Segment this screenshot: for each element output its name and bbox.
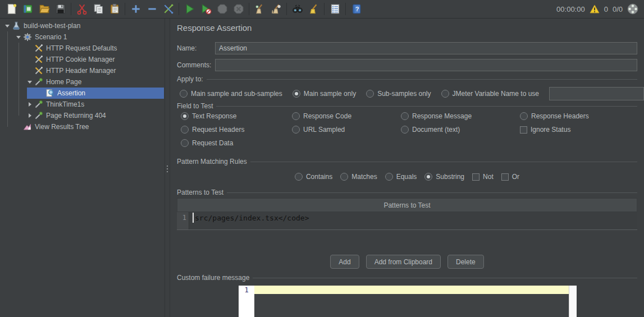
radio-icon — [366, 90, 374, 98]
tree-item-page-returning-404[interactable]: Page Returning 404 — [0, 110, 165, 121]
add-from-clipboard-button[interactable]: Add from Clipboard — [366, 255, 441, 269]
tree-item-http-request-defaults[interactable]: HTTP Request Defaults — [0, 43, 165, 54]
option-label: Main sample only — [304, 90, 356, 98]
add-button[interactable]: Add — [330, 255, 359, 269]
option-label: Not — [483, 173, 494, 181]
config-icon — [34, 55, 43, 64]
request-headers-radio[interactable]: Request Headers — [181, 126, 244, 134]
request-data-radio[interactable]: Request Data — [181, 139, 233, 147]
paste-icon[interactable] — [106, 1, 122, 17]
sampler-icon — [34, 77, 43, 86]
expand-arrow-icon[interactable] — [25, 113, 34, 118]
function-helper-icon[interactable] — [327, 1, 343, 17]
main-sample-only-radio[interactable]: Main sample only — [293, 90, 356, 98]
radio-icon — [180, 90, 188, 98]
name-input[interactable] — [215, 42, 637, 54]
field-to-test-legend: Field to Test — [177, 102, 216, 110]
clear-icon[interactable] — [252, 1, 268, 17]
failure-line-number-gutter: 1 — [239, 286, 254, 317]
jmeter-variable-input[interactable] — [549, 87, 644, 100]
clear-all-icon[interactable] — [268, 1, 284, 17]
tree-item-http-header-manager[interactable]: HTTP Header Manager — [0, 65, 165, 76]
copy-icon[interactable] — [90, 1, 106, 17]
option-label: Request Headers — [192, 126, 244, 134]
jmeter-variable-name-to-use-radio[interactable]: JMeter Variable Name to use — [441, 90, 540, 98]
open-file-icon[interactable] — [36, 1, 52, 17]
ignore-status-checkbox[interactable]: Ignore Status — [520, 126, 570, 134]
tree-item-thinktime1s[interactable]: ThinkTime1s — [0, 99, 165, 110]
or-checkbox[interactable]: Or — [501, 173, 519, 181]
url-sampled-radio[interactable]: URL Sampled — [292, 126, 345, 134]
option-label: Matches — [351, 173, 377, 181]
tree-item-build-web-test-plan[interactable]: build-web-test-plan — [0, 20, 165, 31]
sub-samples-only-radio[interactable]: Sub-samples only — [366, 90, 431, 98]
main-sample-and-sub-samples-radio[interactable]: Main sample and sub-samples — [180, 90, 282, 98]
patterns-legend: Patterns to Test — [177, 189, 227, 196]
search-reset-icon[interactable] — [305, 1, 322, 17]
radio-icon — [292, 112, 300, 120]
collapse-arrow-icon[interactable] — [3, 25, 12, 27]
pattern-text[interactable]: src/pages/index.tsx</code> — [194, 212, 309, 229]
search-icon[interactable] — [289, 1, 305, 17]
expand-arrow-icon[interactable] — [25, 102, 34, 107]
document-text-radio[interactable]: Document (text) — [401, 126, 460, 134]
templates-icon[interactable] — [20, 1, 36, 17]
custom-failure-editor[interactable]: 1 — [239, 286, 577, 317]
failure-current-line-highlight[interactable] — [254, 286, 569, 294]
tree-item-assertion[interactable]: Assertion — [0, 88, 165, 99]
stop-icon[interactable] — [214, 1, 230, 17]
tree-item-scenario-1[interactable]: Scenario 1 — [0, 31, 165, 43]
option-label: URL Sampled — [303, 126, 345, 134]
option-label: Response Code — [303, 112, 351, 120]
tree-item-label: View Results Tree — [35, 123, 89, 131]
radio-icon — [181, 112, 189, 120]
radio-icon — [385, 173, 393, 181]
name-label: Name: — [177, 44, 215, 52]
collapse-arrow-icon[interactable] — [25, 81, 34, 84]
assertion-icon — [45, 89, 54, 98]
tree-item-label: Scenario 1 — [35, 33, 67, 41]
tree-item-label: HTTP Request Defaults — [46, 44, 117, 52]
start-no-pauses-icon[interactable] — [198, 1, 214, 17]
option-label: Text Response — [192, 112, 236, 120]
tree-item-label: Page Returning 404 — [46, 112, 106, 120]
option-label: Response Message — [412, 112, 472, 120]
add-icon[interactable] — [127, 1, 144, 17]
shutdown-icon[interactable] — [230, 1, 246, 17]
warning-icon[interactable] — [590, 4, 600, 14]
patterns-table-header: Patterns to Test — [177, 198, 637, 212]
config-icon — [34, 66, 43, 75]
patterns-to-test-group: Patterns to Test Patterns to Test 1src/p… — [177, 189, 637, 247]
tree-main-splitter[interactable] — [165, 19, 170, 317]
response-message-radio[interactable]: Response Message — [401, 112, 472, 120]
toggle-icon[interactable] — [160, 1, 176, 17]
pattern-row[interactable]: 1src/pages/index.tsx</code> — [177, 212, 637, 230]
tree-item-label: Home Page — [46, 78, 81, 86]
tree-item-home-page[interactable]: Home Page — [0, 76, 165, 88]
failure-scrollbar[interactable] — [569, 286, 577, 317]
tree-item-view-results-tree[interactable]: View Results Tree — [0, 121, 165, 132]
new-file-icon[interactable] — [3, 1, 20, 17]
substring-radio[interactable]: Substring — [424, 173, 464, 181]
help-icon[interactable]: ? — [348, 1, 364, 17]
cut-icon[interactable] — [74, 1, 90, 17]
collapse-arrow-icon[interactable] — [14, 36, 23, 39]
response-headers-radio[interactable]: Response Headers — [520, 112, 589, 120]
not-checkbox[interactable]: Not — [472, 173, 494, 181]
text-response-radio[interactable]: Text Response — [181, 112, 236, 120]
matches-radio[interactable]: Matches — [340, 173, 377, 181]
delete-button[interactable]: Delete — [447, 255, 484, 269]
tree-item-http-cookie-manager[interactable]: HTTP Cookie Manager — [0, 54, 165, 65]
toolbar-group — [3, 1, 68, 17]
start-icon[interactable] — [181, 1, 198, 17]
field-to-test-group: Field to Test Text ResponseResponse Code… — [177, 102, 637, 154]
contains-radio[interactable]: Contains — [295, 173, 332, 181]
save-icon[interactable] — [52, 1, 68, 17]
option-label: Substring — [436, 173, 464, 181]
comments-input[interactable] — [215, 59, 637, 71]
radio-icon — [401, 126, 409, 134]
response-code-radio[interactable]: Response Code — [292, 112, 351, 120]
remove-icon[interactable] — [144, 1, 160, 17]
equals-radio[interactable]: Equals — [385, 173, 417, 181]
radio-icon — [520, 112, 528, 120]
